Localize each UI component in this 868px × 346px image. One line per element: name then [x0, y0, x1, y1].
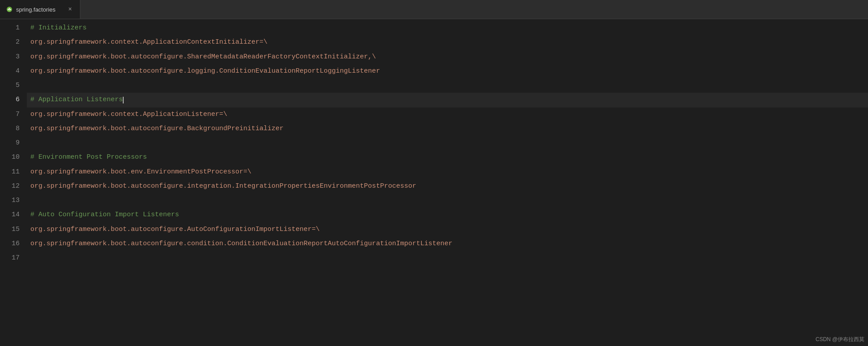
comment-text: # Initializers: [30, 24, 87, 32]
code-line-1: # Initializers: [27, 21, 868, 35]
class-text: org.springframework.boot.autoconfigure.c…: [30, 240, 452, 247]
editor-area: 1234567891011121314151617 # Initializers…: [0, 19, 868, 346]
tab-bar: spring.factories ×: [0, 0, 868, 19]
class-text: org.springframework.context.ApplicationC…: [30, 38, 267, 46]
line-number-4: 4: [0, 64, 27, 78]
class-text: org.springframework.boot.env.Environment…: [30, 168, 251, 176]
class-text: org.springframework.context.ApplicationL…: [30, 111, 227, 118]
line-number-6: 6: [0, 93, 27, 107]
code-line-11: org.springframework.boot.env.Environment…: [27, 165, 868, 179]
code-line-17: [27, 251, 868, 265]
line-number-15: 15: [0, 222, 27, 237]
code-line-7: org.springframework.context.ApplicationL…: [27, 107, 868, 122]
code-line-5: [27, 78, 868, 93]
watermark: CSDN @伊布拉西莫: [815, 336, 864, 343]
code-content[interactable]: # Initializersorg.springframework.contex…: [27, 19, 868, 346]
class-text: org.springframework.boot.autoconfigure.B…: [30, 125, 284, 132]
code-line-4: org.springframework.boot.autoconfigure.l…: [27, 64, 868, 78]
class-text: org.springframework.boot.autoconfigure.l…: [30, 67, 380, 75]
line-number-16: 16: [0, 237, 27, 251]
class-text: org.springframework.boot.autoconfigure.i…: [30, 182, 416, 190]
code-line-16: org.springframework.boot.autoconfigure.c…: [27, 237, 868, 251]
comment-text: # Auto Configuration Import Listeners: [30, 211, 179, 218]
code-line-3: org.springframework.boot.autoconfigure.S…: [27, 50, 868, 64]
comment-text: # Environment Post Processors: [30, 153, 147, 161]
class-text: org.springframework.boot.autoconfigure.A…: [30, 226, 320, 233]
line-number-12: 12: [0, 179, 27, 194]
line-number-9: 9: [0, 136, 27, 150]
code-line-9: [27, 136, 868, 150]
code-line-8: org.springframework.boot.autoconfigure.B…: [27, 122, 868, 136]
line-numbers: 1234567891011121314151617: [0, 19, 27, 346]
line-number-11: 11: [0, 165, 27, 179]
code-line-6: # Application Listeners: [27, 93, 868, 107]
tab-spring-factories[interactable]: spring.factories ×: [0, 0, 80, 19]
code-line-2: org.springframework.context.ApplicationC…: [27, 35, 868, 49]
line-number-14: 14: [0, 208, 27, 222]
line-number-10: 10: [0, 150, 27, 165]
code-line-10: # Environment Post Processors: [27, 150, 868, 165]
spring-icon: [6, 6, 13, 12]
code-line-14: # Auto Configuration Import Listeners: [27, 208, 868, 222]
line-number-13: 13: [0, 194, 27, 208]
line-number-5: 5: [0, 78, 27, 93]
line-number-8: 8: [0, 122, 27, 136]
line-number-2: 2: [0, 35, 27, 49]
class-text: org.springframework.boot.autoconfigure.S…: [30, 53, 376, 61]
tab-label: spring.factories: [16, 6, 55, 13]
tab-close-button[interactable]: ×: [67, 6, 74, 13]
line-number-3: 3: [0, 50, 27, 64]
text-cursor: [123, 97, 124, 103]
line-number-17: 17: [0, 251, 27, 265]
line-number-7: 7: [0, 107, 27, 122]
line-number-1: 1: [0, 21, 27, 35]
comment-text: # Application Listeners: [30, 96, 123, 103]
code-line-15: org.springframework.boot.autoconfigure.A…: [27, 222, 868, 237]
code-line-13: [27, 194, 868, 208]
code-line-12: org.springframework.boot.autoconfigure.i…: [27, 179, 868, 194]
